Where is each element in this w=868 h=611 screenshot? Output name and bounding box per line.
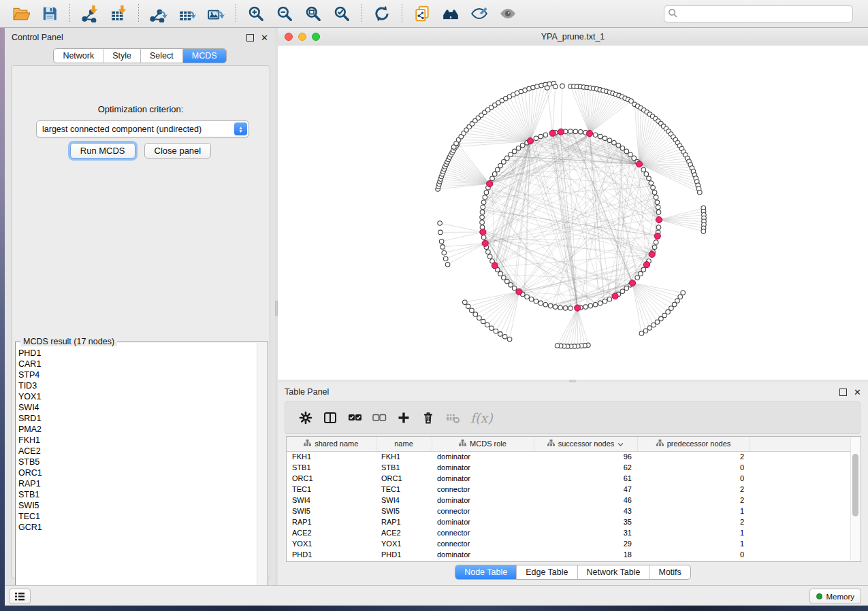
cell[interactable]: PHD1 bbox=[287, 549, 376, 560]
mcds-result-list[interactable]: PHD1CAR1STP4TID3YOX1SWI4SRD1PMA2FKH1ACE2… bbox=[18, 348, 255, 593]
split-panel-icon[interactable] bbox=[318, 406, 342, 429]
maximize-window-button[interactable] bbox=[312, 33, 320, 41]
cell[interactable]: dominator bbox=[432, 516, 534, 527]
cell[interactable]: dominator bbox=[432, 495, 534, 506]
cell[interactable]: 1 bbox=[637, 506, 750, 516]
cell[interactable]: FKH1 bbox=[376, 451, 432, 462]
cell[interactable]: 46 bbox=[534, 495, 637, 506]
table-row[interactable]: YOX1YOX1connector291 bbox=[287, 538, 852, 549]
cell[interactable] bbox=[750, 451, 852, 462]
tab-style[interactable]: Style bbox=[103, 49, 140, 63]
run-mcds-button[interactable]: Run MCDS bbox=[70, 143, 135, 159]
result-node-item[interactable]: SRD1 bbox=[18, 413, 255, 424]
cell[interactable]: 43 bbox=[534, 506, 637, 516]
cell[interactable]: 1 bbox=[637, 527, 750, 538]
binoculars-icon[interactable] bbox=[439, 3, 462, 24]
cell[interactable]: 31 bbox=[534, 527, 637, 538]
result-node-item[interactable]: STB1 bbox=[18, 489, 255, 500]
search-input[interactable] bbox=[664, 5, 853, 22]
table-row[interactable]: RAP1RAP1dominator352 bbox=[287, 516, 852, 527]
cell[interactable]: 0 bbox=[637, 473, 750, 484]
cell[interactable]: ORC1 bbox=[287, 473, 376, 484]
settings-icon[interactable] bbox=[293, 406, 318, 429]
zoom-fit-icon[interactable] bbox=[302, 3, 325, 24]
import-table-icon[interactable] bbox=[107, 3, 130, 24]
delete-column-icon[interactable] bbox=[416, 406, 440, 429]
result-node-item[interactable]: STB5 bbox=[18, 457, 255, 467]
column-header-successor-nodes[interactable]: successor nodes bbox=[534, 437, 637, 451]
cell[interactable]: dominator bbox=[432, 462, 534, 473]
tab-edge-table[interactable]: Edge Table bbox=[516, 565, 577, 579]
cell[interactable] bbox=[750, 527, 852, 538]
cell[interactable]: 0 bbox=[637, 549, 750, 560]
result-node-item[interactable]: RAP1 bbox=[18, 478, 255, 489]
result-node-item[interactable]: ORC1 bbox=[18, 467, 255, 478]
open-session-icon[interactable] bbox=[10, 3, 33, 24]
cell[interactable]: 62 bbox=[534, 462, 637, 473]
table-row[interactable]: STB1STB1dominator620 bbox=[287, 462, 852, 473]
add-column-icon[interactable] bbox=[391, 406, 416, 429]
function-builder-button[interactable]: f(x) bbox=[470, 410, 493, 425]
cell[interactable]: dominator bbox=[432, 451, 534, 462]
memory-button[interactable]: Memory bbox=[809, 589, 861, 604]
cell[interactable]: RAP1 bbox=[376, 516, 432, 527]
table-row[interactable]: SWI4SWI4dominator462 bbox=[287, 495, 852, 506]
export-network-icon[interactable] bbox=[147, 3, 170, 24]
table-scrollbar-thumb[interactable] bbox=[852, 454, 858, 516]
result-node-item[interactable]: PHD1 bbox=[18, 348, 255, 359]
column-header-MCDS-role[interactable]: MCDS role bbox=[432, 437, 534, 451]
table-scrollbar[interactable] bbox=[850, 437, 860, 561]
cell[interactable]: TEC1 bbox=[376, 484, 432, 495]
share-document-icon[interactable] bbox=[411, 3, 434, 24]
zoom-in-icon[interactable] bbox=[244, 3, 268, 24]
task-history-button[interactable] bbox=[9, 589, 31, 604]
table-row[interactable]: FKH1FKH1dominator962 bbox=[287, 451, 852, 462]
cell[interactable]: dominator bbox=[432, 473, 534, 484]
cell[interactable] bbox=[750, 484, 852, 495]
close-window-button[interactable] bbox=[285, 33, 293, 41]
node-table-grid[interactable]: shared namenameMCDS rolesuccessor nodesp… bbox=[287, 437, 853, 560]
close-panel-button[interactable]: Close panel bbox=[144, 143, 212, 159]
result-node-item[interactable]: PMA2 bbox=[18, 424, 255, 435]
import-network-icon[interactable] bbox=[78, 3, 101, 24]
result-node-item[interactable]: GCR1 bbox=[18, 522, 255, 533]
cell[interactable]: SWI4 bbox=[287, 495, 376, 506]
result-node-item[interactable]: ACE2 bbox=[18, 446, 255, 457]
cell[interactable]: connector bbox=[432, 538, 534, 549]
cell[interactable]: ACE2 bbox=[287, 527, 376, 538]
cell[interactable]: STB1 bbox=[287, 462, 376, 473]
result-node-item[interactable]: SWI5 bbox=[18, 500, 255, 511]
cell[interactable] bbox=[750, 473, 852, 484]
result-node-item[interactable]: STP4 bbox=[18, 369, 255, 380]
cell[interactable]: 47 bbox=[534, 484, 637, 495]
cell[interactable]: 1 bbox=[637, 538, 750, 549]
float-panel-icon[interactable] bbox=[246, 34, 254, 42]
cell[interactable] bbox=[750, 549, 852, 560]
save-session-icon[interactable] bbox=[38, 3, 61, 24]
table-row[interactable]: SWI5SWI5connector431 bbox=[287, 506, 852, 516]
cell[interactable]: PHD1 bbox=[376, 549, 432, 560]
cell[interactable] bbox=[750, 462, 852, 473]
cell[interactable]: connector bbox=[432, 484, 534, 495]
cell[interactable]: SWI5 bbox=[287, 506, 376, 516]
tab-node-table[interactable]: Node Table bbox=[455, 565, 516, 579]
table-row[interactable]: ACE2ACE2connector311 bbox=[287, 527, 852, 538]
network-canvas[interactable] bbox=[278, 46, 868, 380]
cell[interactable] bbox=[750, 506, 852, 516]
graphics-details-icon[interactable] bbox=[468, 3, 491, 24]
result-node-item[interactable]: FKH1 bbox=[18, 435, 255, 446]
tab-motifs[interactable]: Motifs bbox=[649, 565, 690, 579]
cell[interactable]: RAP1 bbox=[287, 516, 376, 527]
tab-mcds[interactable]: MCDS bbox=[182, 49, 226, 63]
cell[interactable]: YOX1 bbox=[376, 538, 432, 549]
cell[interactable]: 0 bbox=[637, 462, 750, 473]
column-header-predecessor-nodes[interactable]: predecessor nodes bbox=[637, 437, 750, 451]
refresh-layout-icon[interactable] bbox=[370, 3, 393, 24]
zoom-out-icon[interactable] bbox=[273, 3, 296, 24]
network-graph[interactable] bbox=[278, 46, 868, 380]
cell[interactable]: ACE2 bbox=[376, 527, 432, 538]
cell[interactable]: SWI5 bbox=[376, 506, 432, 516]
cell[interactable]: 2 bbox=[637, 484, 750, 495]
zoom-selected-icon[interactable] bbox=[330, 3, 353, 24]
tab-select[interactable]: Select bbox=[140, 49, 182, 63]
